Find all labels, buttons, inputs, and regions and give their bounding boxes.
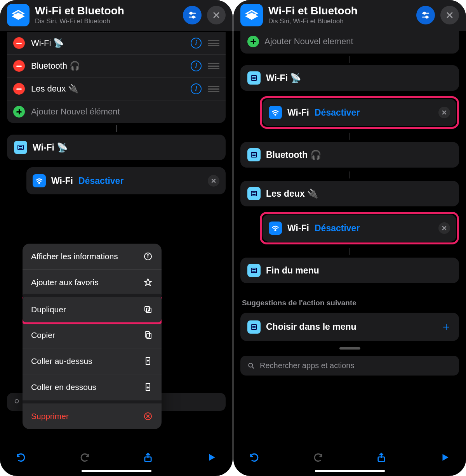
case-both[interactable]: Les deux 🔌 [240,181,459,206]
case-bluetooth[interactable]: Bluetooth 🎧 [240,142,459,168]
sheet-grabber[interactable] [339,347,360,350]
menu-item-bluetooth[interactable]: Bluetooth 🎧 i [7,55,226,78]
info-icon[interactable]: i [191,61,202,71]
ctx-delete[interactable]: Supprimer [23,400,162,429]
search-input[interactable]: Rechercher apps et actions [240,356,459,376]
svg-marker-16 [144,279,151,286]
redo-button[interactable] [78,450,92,464]
svg-point-12 [15,400,19,403]
delete-action-icon[interactable] [438,222,450,234]
ctx-show-info[interactable]: Afficher les informations [23,244,162,270]
end-menu-label: Fin du menu [266,265,319,276]
drag-handle-icon[interactable] [208,85,219,93]
undo-button[interactable] [14,450,28,464]
toolbar [0,447,233,467]
content: Wi-Fi 📡 i Bluetooth 🎧 i Les deux 🔌 i Ajo… [0,31,233,447]
menu-icon [247,148,261,161]
svg-point-15 [148,254,148,255]
shortcuts-app-icon [7,4,30,26]
star-icon [143,277,153,287]
case-wifi[interactable]: Wi-Fi 📡 [7,135,226,160]
remove-icon[interactable] [13,83,25,95]
undo-button[interactable] [247,450,261,464]
ctx-label: Coller en dessous [31,383,96,392]
action-name: Wi-Fi [287,107,309,118]
case-wifi[interactable]: Wi-Fi 📡 [240,65,459,91]
search-placeholder: Rechercher apps et actions [260,361,354,370]
close-button[interactable] [440,6,459,24]
wifi-icon [269,222,282,235]
svg-rect-52 [251,325,257,329]
ctx-paste-below[interactable]: Coller en dessous [23,374,162,400]
action-name: Wi-Fi [51,176,73,186]
add-icon[interactable] [13,106,25,118]
header-subtitle: Dis Siri, Wi-Fi et Bluetooh [268,17,411,25]
action-parameter[interactable]: Désactiver [315,107,360,118]
play-button[interactable] [438,450,452,464]
svg-point-46 [275,230,276,231]
svg-point-1 [190,12,192,14]
ctx-label: Dupliquer [31,305,66,314]
end-menu[interactable]: Fin du menu [240,258,459,283]
drag-handle-icon[interactable] [208,39,219,47]
action-name: Wi-Fi [287,223,309,234]
remove-icon[interactable] [13,60,25,72]
header: Wi-Fi et Bluetooh Dis Siri, Wi-Fi et Blu… [0,0,233,31]
close-button[interactable] [207,6,226,24]
ctx-label: Copier [31,331,55,340]
wifi-action-card[interactable]: Wi-Fi Désactiver [263,99,456,126]
suggestions-header: Suggestions de l'action suivante [242,299,457,307]
case-label: Bluetooth 🎧 [266,150,322,160]
svg-line-56 [252,367,254,368]
paste-above-icon [143,356,153,366]
drag-handle-icon[interactable] [208,62,219,70]
svg-rect-40 [251,152,257,157]
add-item-peek[interactable]: Ajouter Nouvel element [240,31,459,54]
menu-icon [247,187,261,200]
ctx-copy[interactable]: Copier [23,322,162,348]
add-suggestion-icon[interactable]: ＋ [440,319,452,335]
menu-item-wifi[interactable]: Wi-Fi 📡 i [7,32,226,55]
add-icon[interactable] [247,36,259,47]
wifi-icon [269,106,282,119]
menu-icon [247,264,261,277]
home-indicator [82,470,151,472]
svg-rect-34 [251,76,257,80]
play-button[interactable] [205,450,219,464]
share-button[interactable] [141,450,155,464]
action-parameter[interactable]: Désactiver [78,176,123,186]
shortcuts-app-icon [240,4,263,26]
left-screenshot: Wi-Fi et Bluetooh Dis Siri, Wi-Fi et Blu… [0,0,233,476]
settings-button[interactable] [183,6,202,24]
wifi-action-card-duplicate[interactable]: Wi-Fi Désactiver [263,215,456,242]
wifi-action-card[interactable]: Wi-Fi Désactiver [26,167,226,194]
remove-icon[interactable] [13,37,25,49]
svg-marker-58 [442,454,448,460]
header-subtitle: Dis Siri, Wi-Fi et Bluetooh [35,17,177,25]
menu-icon [247,320,261,334]
ctx-duplicate[interactable]: Dupliquer [23,294,162,324]
home-indicator [315,470,385,472]
svg-marker-27 [209,454,215,460]
suggestion-choose-menu[interactable]: Choisir dans le menu ＋ [240,313,459,341]
toolbar [233,447,466,467]
menu-item-both[interactable]: Les deux 🔌 i [7,78,226,100]
action-parameter[interactable]: Désactiver [315,223,360,234]
redo-button[interactable] [311,450,325,464]
ctx-paste-above[interactable]: Coller au-dessus [23,348,162,374]
connector-line [350,248,350,255]
delete-action-icon[interactable] [208,175,219,187]
info-icon[interactable]: i [191,38,202,48]
ctx-add-favorite[interactable]: Ajouter aux favoris [23,270,162,296]
settings-button[interactable] [416,6,435,24]
delete-action-icon[interactable] [438,107,450,118]
svg-rect-6 [18,145,23,150]
info-icon[interactable]: i [191,83,202,94]
share-button[interactable] [374,450,388,464]
add-menu-item[interactable]: Ajouter Nouvel élément [7,100,226,123]
paste-below-icon [143,382,153,392]
svg-point-31 [426,16,428,18]
case-label: Wi-Fi 📡 [33,142,68,153]
case-label: Les deux 🔌 [266,189,318,199]
ctx-label: Supprimer [31,412,69,421]
